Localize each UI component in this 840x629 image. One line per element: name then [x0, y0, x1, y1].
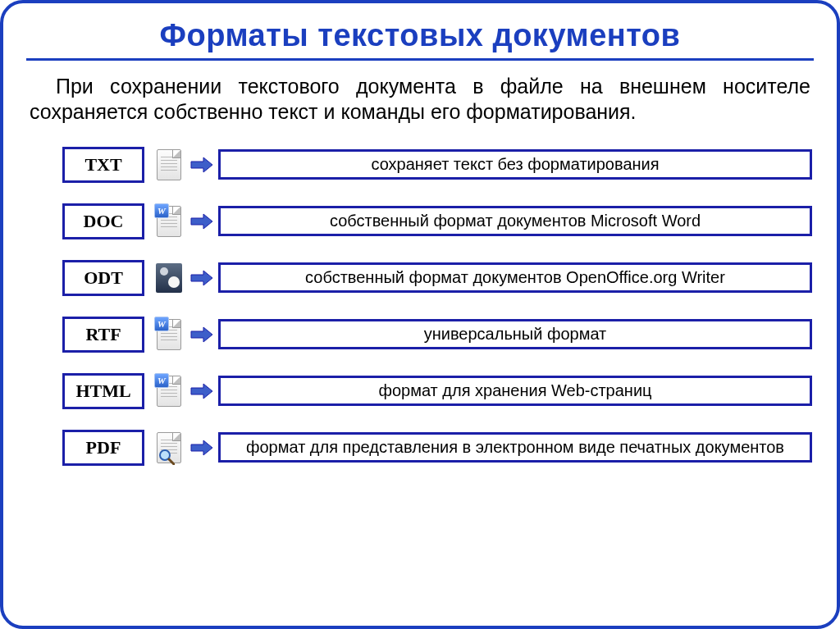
format-description: универсальный формат — [218, 319, 812, 349]
svg-line-1 — [169, 459, 174, 464]
format-label: TXT — [62, 147, 144, 183]
arrow-icon — [185, 157, 218, 173]
pdf-file-icon — [153, 430, 185, 466]
format-label: RTF — [62, 317, 144, 353]
row-rtf: RTF W универсальный формат — [62, 317, 812, 353]
html-file-icon: W — [153, 373, 185, 409]
format-description: собственный формат документов OpenOffice… — [218, 262, 812, 293]
title-underline — [26, 58, 814, 61]
slide-frame: Форматы текстовых документов При сохране… — [0, 0, 840, 629]
intro-text: При сохранении текстового документа в фа… — [30, 74, 810, 125]
arrow-icon — [185, 326, 218, 343]
row-html: HTML W формат для хранения Web-страниц — [62, 373, 812, 409]
format-label: HTML — [62, 373, 144, 409]
format-description: формат для представления в электронном в… — [218, 432, 812, 463]
row-pdf: PDF формат для представления в электронн… — [62, 430, 812, 466]
rtf-file-icon: W — [153, 317, 185, 353]
odt-file-icon — [153, 260, 185, 296]
arrow-icon — [185, 440, 218, 456]
format-description: сохраняет текст без форматирования — [218, 149, 812, 180]
slide-title: Форматы текстовых документов — [26, 18, 814, 53]
format-label: ODT — [62, 260, 144, 296]
doc-file-icon: W — [153, 203, 185, 239]
arrow-icon — [185, 383, 218, 399]
txt-file-icon — [153, 147, 185, 183]
format-description: собственный формат документов Microsoft … — [218, 206, 812, 236]
row-txt: TXT сохраняет текст без форматирования — [62, 147, 812, 183]
format-label: DOC — [62, 203, 144, 239]
row-doc: DOC W собственный формат документов Micr… — [62, 203, 812, 239]
format-rows: TXT сохраняет текст без форматирования D… — [62, 147, 812, 466]
format-description: формат для хранения Web-страниц — [218, 376, 812, 406]
row-odt: ODT собственный формат документов OpenOf… — [62, 260, 812, 296]
arrow-icon — [185, 270, 218, 286]
format-label: PDF — [62, 430, 144, 466]
arrow-icon — [185, 213, 218, 230]
